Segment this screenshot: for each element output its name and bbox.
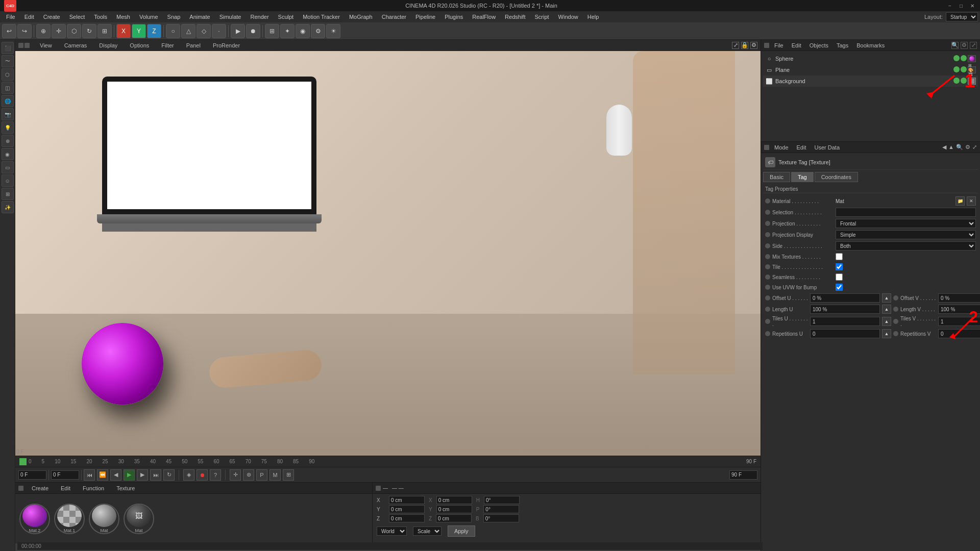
props-search-icon[interactable]: 🔍: [956, 144, 963, 151]
menu-render[interactable]: Render: [246, 13, 273, 21]
spline-tool[interactable]: 〜: [2, 55, 14, 67]
rep-v-input[interactable]: [938, 329, 980, 338]
viewport-lock[interactable]: 🔒: [741, 42, 748, 49]
scale-tool[interactable]: ⬡: [67, 24, 81, 38]
menu-redshift[interactable]: Redshift: [501, 13, 529, 21]
tiles-u-spinner[interactable]: ▲: [882, 317, 891, 326]
menu-mesh[interactable]: Mesh: [112, 13, 134, 21]
tab-view[interactable]: View: [36, 41, 56, 49]
z-axis[interactable]: Z: [147, 24, 161, 38]
transform-button[interactable]: ✛: [230, 469, 241, 481]
tab-panel[interactable]: Panel: [182, 41, 205, 49]
edge-mode[interactable]: ◇: [197, 24, 211, 38]
tab-coordinates[interactable]: Coordinates: [815, 172, 858, 182]
menu-create[interactable]: Create: [39, 13, 64, 21]
scale-dropdown[interactable]: Scale: [413, 527, 442, 536]
frame-end-input[interactable]: [729, 470, 757, 480]
mat-tab-function[interactable]: Function: [79, 484, 108, 492]
record-button[interactable]: ⏺: [246, 24, 260, 38]
tab-tag[interactable]: Tag: [791, 172, 814, 182]
pz-input[interactable]: [436, 514, 472, 522]
object-mode[interactable]: ○: [166, 24, 180, 38]
y-axis[interactable]: Y: [132, 24, 146, 38]
redo-button[interactable]: ↪: [17, 24, 32, 38]
pos-button[interactable]: P: [256, 469, 267, 481]
light-tool[interactable]: 💡: [2, 121, 14, 134]
loop-button[interactable]: ↻: [163, 469, 175, 481]
autokey-button[interactable]: ?: [210, 469, 221, 481]
obj-row-sphere[interactable]: ○ Sphere: [763, 53, 978, 64]
px-input[interactable]: [436, 496, 472, 504]
scene-tool[interactable]: ⊞: [2, 188, 14, 200]
goto-start-button[interactable]: ⏮: [84, 469, 95, 481]
obj-row-background[interactable]: ⬜ Background: [763, 76, 978, 87]
proj-display-dropdown[interactable]: Simple Full: [836, 230, 976, 239]
props-back-icon[interactable]: ◀: [942, 144, 946, 151]
menu-sculpt[interactable]: Sculpt: [274, 13, 298, 21]
frame-start-input[interactable]: [18, 470, 46, 480]
menu-motiontracker[interactable]: Motion Tracker: [299, 13, 344, 21]
play-backward-button[interactable]: ⏪: [97, 469, 108, 481]
tab-filter[interactable]: Filter: [157, 41, 178, 49]
length-u-input[interactable]: [810, 305, 880, 314]
mat-tab-texture[interactable]: Texture: [112, 484, 139, 492]
rep-u-input[interactable]: [810, 329, 880, 338]
menu-snap[interactable]: Snap: [163, 13, 185, 21]
layout-dropdown[interactable]: Startup: [946, 12, 978, 21]
bg-vis-dot[interactable]: [953, 78, 960, 84]
play-forward-button[interactable]: ▶: [124, 469, 135, 481]
material-mat1[interactable]: Mat.1: [54, 504, 85, 534]
tab-prorender[interactable]: ProRender: [209, 41, 244, 49]
menu-script[interactable]: Script: [530, 13, 553, 21]
objmgr-expand-icon[interactable]: ⤢: [970, 42, 977, 49]
menu-tools[interactable]: Tools: [90, 13, 111, 21]
menu-help[interactable]: Help: [583, 13, 603, 21]
menu-mograph[interactable]: MoGraph: [345, 13, 377, 21]
y-input[interactable]: [389, 505, 425, 513]
material-mat-dark[interactable]: 🖼 Mat: [124, 504, 154, 534]
character-tool[interactable]: ☺: [2, 174, 14, 187]
material-browse-btn[interactable]: 📁: [955, 196, 965, 206]
viewport-fullscreen[interactable]: ⤢: [732, 42, 739, 49]
menu-select[interactable]: Select: [65, 13, 89, 21]
props-anim-icon[interactable]: ▲: [948, 144, 954, 151]
motion-button[interactable]: ⊛: [243, 469, 254, 481]
sphere-vis-dot[interactable]: [953, 55, 960, 61]
mat-tab-edit[interactable]: Edit: [57, 484, 75, 492]
tab-display[interactable]: Display: [95, 41, 121, 49]
material-clear-btn[interactable]: ✕: [967, 196, 976, 206]
transform-tool[interactable]: ⊞: [97, 24, 112, 38]
rep-u-spinner[interactable]: ▲: [882, 329, 891, 338]
obj-row-plane[interactable]: ▭ Plane ⊞🎨🖼: [763, 64, 978, 76]
point-mode[interactable]: ·: [212, 24, 226, 38]
select-tool[interactable]: ⊕: [36, 24, 51, 38]
render-viewport[interactable]: ◉: [296, 24, 310, 38]
side-dropdown[interactable]: Both Front Back: [836, 241, 976, 251]
menu-character[interactable]: Character: [378, 13, 410, 21]
tiles-u-input[interactable]: [810, 317, 880, 326]
current-frame-input[interactable]: [51, 470, 79, 480]
material-mat[interactable]: Mat: [89, 504, 119, 534]
keyframe-select[interactable]: ◈: [183, 469, 194, 481]
undo-button[interactable]: ↩: [2, 24, 16, 38]
search-icon[interactable]: 🔍: [951, 42, 959, 49]
menu-simulate[interactable]: Simulate: [215, 13, 246, 21]
projection-dropdown[interactable]: Frontal Spherical Cubic UVW Flat: [836, 219, 976, 228]
rotate-tool[interactable]: ↻: [82, 24, 96, 38]
menu-realflow[interactable]: RealFlow: [468, 13, 500, 21]
tile-checkbox[interactable]: [836, 263, 843, 270]
apply-button[interactable]: Apply: [448, 525, 475, 537]
goto-end-button[interactable]: ⏭: [150, 469, 161, 481]
objmgr-settings-icon[interactable]: ⚙: [961, 42, 968, 49]
nurbs-tool[interactable]: ⬡: [2, 68, 14, 81]
camera-tool[interactable]: 📷: [2, 108, 14, 120]
tab-options[interactable]: Options: [126, 41, 153, 49]
plane-vis-dot2[interactable]: [961, 66, 967, 72]
objmgr-file[interactable]: File: [771, 41, 787, 49]
step-forward-button[interactable]: ▶: [137, 469, 148, 481]
record-button[interactable]: ⏺: [197, 469, 208, 481]
p-input[interactable]: [483, 505, 519, 513]
mix-textures-checkbox[interactable]: [836, 253, 843, 260]
py-input[interactable]: [436, 505, 472, 513]
z-input[interactable]: [389, 514, 425, 522]
